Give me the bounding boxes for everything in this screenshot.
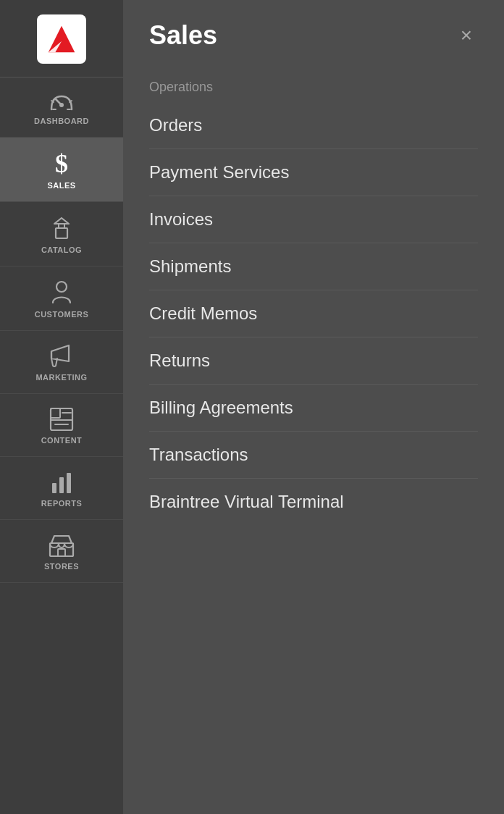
sidebar-item-content[interactable]: CONTENT bbox=[0, 394, 123, 457]
customers-icon bbox=[51, 280, 72, 306]
sidebar-item-marketing[interactable]: MARKETING bbox=[0, 331, 123, 394]
sidebar-item-label-stores: STORES bbox=[44, 562, 79, 571]
panel-body: Operations Orders Payment Services Invoi… bbox=[123, 65, 504, 540]
sidebar-item-label-reports: REPORTS bbox=[41, 499, 83, 508]
svg-rect-22 bbox=[67, 473, 71, 493]
svg-rect-21 bbox=[59, 477, 64, 493]
stores-icon bbox=[49, 533, 75, 558]
svg-rect-16 bbox=[51, 408, 60, 418]
svg-line-3 bbox=[56, 99, 62, 105]
svg-marker-10 bbox=[54, 218, 69, 224]
sidebar-item-reports[interactable]: REPORTS bbox=[0, 457, 123, 520]
sidebar-item-sales[interactable]: $ SALES bbox=[0, 138, 123, 202]
panel-header: Sales × bbox=[123, 0, 504, 65]
marketing-icon bbox=[49, 344, 75, 369]
menu-item-returns[interactable]: Returns bbox=[149, 337, 478, 385]
svg-rect-20 bbox=[52, 483, 56, 493]
svg-point-12 bbox=[56, 282, 67, 292]
svg-text:$: $ bbox=[55, 151, 68, 177]
svg-marker-0 bbox=[49, 26, 75, 52]
close-button[interactable]: × bbox=[455, 22, 478, 49]
menu-item-invoices[interactable]: Invoices bbox=[149, 196, 478, 243]
menu-item-credit-memos[interactable]: Credit Memos bbox=[149, 290, 478, 337]
svg-rect-24 bbox=[58, 549, 65, 556]
sidebar-item-label-sales: SALES bbox=[47, 181, 75, 190]
section-operations-label: Operations bbox=[149, 80, 478, 95]
menu-item-shipments[interactable]: Shipments bbox=[149, 243, 478, 290]
menu-item-billing-agreements[interactable]: Billing Agreements bbox=[149, 385, 478, 432]
menu-item-orders[interactable]: Orders bbox=[149, 102, 478, 149]
content-icon bbox=[49, 407, 74, 432]
sidebar-item-label-dashboard: DASHBOARD bbox=[34, 117, 89, 125]
menu-item-transactions[interactable]: Transactions bbox=[149, 432, 478, 479]
sidebar-item-label-marketing: MARKETING bbox=[35, 373, 87, 382]
sidebar-item-label-content: CONTENT bbox=[41, 436, 83, 445]
sidebar-item-dashboard[interactable]: DASHBOARD bbox=[0, 77, 123, 138]
sidebar-item-stores[interactable]: STORES bbox=[0, 520, 123, 583]
dashboard-icon bbox=[49, 91, 75, 112]
sidebar-item-customers[interactable]: CUSTOMERS bbox=[0, 267, 123, 331]
menu-item-payment-services[interactable]: Payment Services bbox=[149, 149, 478, 196]
svg-rect-9 bbox=[56, 228, 67, 238]
svg-rect-11 bbox=[59, 224, 64, 228]
catalog-icon bbox=[49, 215, 75, 241]
menu-item-braintree[interactable]: Braintree Virtual Terminal bbox=[149, 479, 478, 525]
sidebar-item-label-catalog: CATALOG bbox=[41, 246, 82, 254]
svg-marker-13 bbox=[51, 345, 69, 361]
panel-title: Sales bbox=[149, 20, 217, 51]
sidebar-item-label-customers: CUSTOMERS bbox=[35, 310, 89, 319]
sidebar-item-catalog[interactable]: CATALOG bbox=[0, 202, 123, 267]
reports-icon bbox=[49, 470, 74, 495]
sidebar: DASHBOARD $ SALES CATALOG CUSTOME bbox=[0, 0, 123, 814]
sales-icon: $ bbox=[49, 151, 74, 177]
sales-panel: Sales × Operations Orders Payment Servic… bbox=[123, 0, 504, 814]
logo-container[interactable] bbox=[0, 0, 123, 77]
adobe-logo bbox=[37, 14, 86, 64]
